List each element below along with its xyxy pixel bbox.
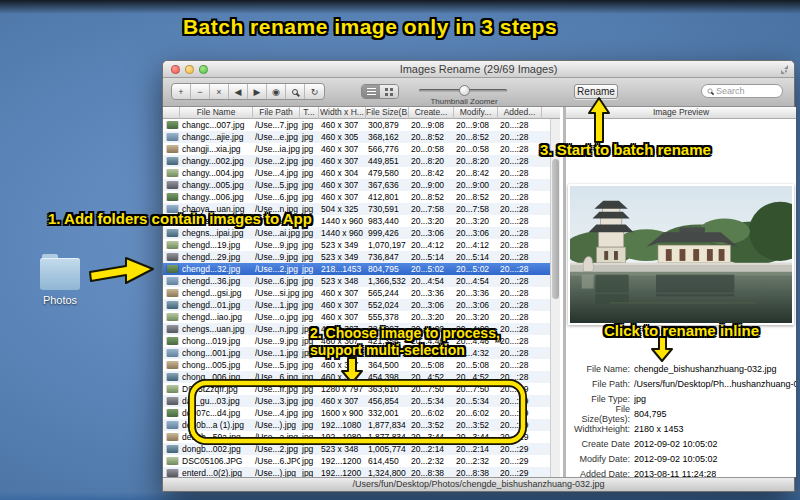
column-header[interactable]: File Path (253, 107, 300, 119)
table-row[interactable]: changy...004.jpg/Use...4.jpgjpg460 x 304… (163, 167, 550, 179)
search-input[interactable]: Search (701, 84, 783, 98)
table-row[interactable]: changc...ajie.jpg/Use...e.jpgjpg460 x 30… (163, 131, 550, 143)
table-row[interactable]: chong...005.jpg/Use...5.jpgjpg460 x 3073… (163, 359, 550, 371)
info-field-value[interactable]: 804,795 (634, 409, 667, 419)
annotation-step2-line1: 2. Choose image to process, (310, 325, 500, 342)
column-header[interactable]: File Name (180, 107, 253, 119)
cell-modify: 20...3:20 (454, 216, 498, 226)
cell-added: 20...:29 (498, 396, 542, 406)
cell-modify: 20...6:02 (454, 408, 498, 418)
folder-label: Photos (10, 294, 110, 306)
column-header[interactable]: Create... (409, 107, 454, 119)
cell-modify: 20...4:52 (454, 372, 498, 382)
vertical-scrollbar[interactable] (550, 119, 560, 477)
zoom-button[interactable] (199, 65, 208, 74)
info-field-value[interactable]: 2012-09-02 10:05:02 (634, 454, 718, 464)
search-button[interactable] (286, 84, 305, 99)
resize-icon[interactable] (780, 65, 789, 74)
table-row[interactable]: chengd...19.jpg/Use...9.jpgjpg523 x 3491… (163, 239, 550, 251)
cell-size: 804,795 (366, 264, 409, 274)
cell-added: 20...:28 (498, 132, 542, 142)
table-row[interactable]: DSC05106.JPG/Use...6.JPGjpg192...1200614… (163, 455, 550, 467)
thumbnail-zoomer-slider[interactable] (419, 89, 507, 92)
annotation-step1: 1. Add folders contain images to App (48, 210, 312, 227)
cell-dims: 460 x 307 (319, 156, 366, 166)
table-row[interactable]: changy...002.jpg/Use...2.jpgjpg460 x 307… (163, 155, 550, 167)
cell-name: dongb...002.jpg (180, 444, 253, 454)
table-row[interactable]: chengd...36.jpg/Use...6.jpgjpg523 x 3481… (163, 275, 550, 287)
cell-create: 20...8:52 (409, 192, 454, 202)
delete-button[interactable]: × (210, 84, 229, 99)
table-row[interactable]: changji...xia.jpg/Use...ia.jpgjpg460 x 3… (163, 143, 550, 155)
column-header[interactable]: File Size(B... (366, 107, 409, 119)
column-header-thumb[interactable] (163, 107, 180, 119)
info-field-value[interactable]: 2012-09-02 10:05:02 (634, 439, 718, 449)
cell-name: changc...007.jpg (180, 120, 253, 130)
add-button[interactable]: + (172, 84, 191, 99)
table-row[interactable]: chengd...32.jpg/Use...2.jpgjpg218...1453… (163, 263, 550, 275)
cell-create: 20...5:08 (409, 360, 454, 370)
table-row[interactable]: D9T5tZzqfr.jpg/Use...fr.jpgjpg1280 x 797… (163, 383, 550, 395)
close-button[interactable] (171, 65, 180, 74)
list-view-button[interactable] (362, 85, 380, 98)
table-row[interactable]: chegns...ipai.jpg/Use...ai.jpgjpg1440 x … (163, 227, 550, 239)
cell-path: /Use...2.jpg (253, 264, 300, 274)
cell-type: jpg (300, 240, 319, 250)
cell-modify: 20...5:34 (454, 396, 498, 406)
info-field-label: WidthxHeight: (566, 424, 634, 434)
info-field-value[interactable]: jpg (634, 394, 646, 404)
title-bar[interactable]: Images Rename (29/69 Images) (163, 61, 794, 78)
info-field: File Name:chengde_bishushanzhuang-032.jp… (566, 361, 796, 376)
column-header[interactable]: Width x H... (319, 107, 366, 119)
scrollbar-thumb[interactable] (552, 159, 559, 299)
photos-folder-icon[interactable] (40, 258, 80, 290)
minimize-button[interactable] (185, 65, 194, 74)
table-row[interactable]: chengd...01.jpg/Use...1.jpgjpg460 x 3075… (163, 299, 550, 311)
file-thumbnail-icon (167, 193, 178, 201)
table-row[interactable]: changc...007.jpg/Use...7.jpgjpg460 x 307… (163, 119, 550, 131)
slider-knob[interactable] (459, 85, 470, 96)
grid-view-button[interactable] (380, 85, 398, 98)
cell-path: /Use...7.jpg (253, 120, 300, 130)
column-header[interactable]: Modify... (454, 107, 498, 119)
cell-modify: 20...3:20 (454, 312, 498, 322)
cell-type: jpg (300, 384, 319, 394)
next-button[interactable]: ▶ (248, 84, 267, 99)
cell-modify: 20...8:42 (454, 168, 498, 178)
table-row[interactable]: chengd...29.jpg/Use...9.jpgjpg523 x 3497… (163, 251, 550, 263)
rename-button[interactable]: Rename (574, 84, 618, 99)
prev-button[interactable]: ◀ (229, 84, 248, 99)
table-row[interactable]: chong...006.jpg/Use...6.jpgjpg460 x 3074… (163, 371, 550, 383)
cell-dims: 460 x 307 (319, 120, 366, 130)
image-preview-header: Image Preview (566, 107, 796, 119)
file-info-fields: File Name:chengde_bishushanzhuang-032.jp… (566, 361, 796, 481)
preview-button[interactable]: ◉ (267, 84, 286, 99)
table-row[interactable]: dongb...002.jpg/Use...2.jpgjpg523 x 3481… (163, 443, 550, 455)
table-row[interactable]: dde07c...d4.jpg/Use...4.jpgjpg1600 x 900… (163, 407, 550, 419)
info-field-value[interactable]: chengde_bishushanzhuang-032.jpg (634, 364, 777, 374)
cell-size: 364,500 (366, 360, 409, 370)
annotation-step3: 3. Start to batch rename (540, 141, 711, 158)
info-field-value[interactable]: 2180 x 1453 (634, 424, 684, 434)
cell-type: jpg (300, 120, 319, 130)
cell-name: chong...005.jpg (180, 360, 253, 370)
annotation-inline: Click to rename inline (604, 322, 759, 339)
table-row[interactable]: de50b...59a.jpg/Use...a.jpgjpg192...1080… (163, 431, 550, 443)
table-row[interactable]: chengd...iao.jpg/Use...o.jpgjpg460 x 307… (163, 311, 550, 323)
cell-size: 552,024 (366, 300, 409, 310)
table-row[interactable]: changy...005.jpg/Use...5.jpgjpg460 x 307… (163, 179, 550, 191)
cell-dims: 460 x 307 (319, 396, 366, 406)
info-field-value[interactable]: /Users/fun/Desktop/Ph...hushanzhuang-032… (634, 379, 796, 389)
table-row[interactable]: chengd...gsi.jpg/Use...si.jpgjpg460 x 30… (163, 287, 550, 299)
table-row[interactable]: dali_gu...03.jpg/Use...3.jpgjpg460 x 307… (163, 395, 550, 407)
column-header[interactable]: Added... (498, 107, 542, 119)
remove-button[interactable]: − (191, 84, 210, 99)
table-row[interactable]: de50b...a (1).jpg/Use...).jpgjpg192...10… (163, 419, 550, 431)
refresh-button[interactable]: ↻ (305, 84, 324, 99)
table-row[interactable]: changy...006.jpg/Use...6.jpgjpg460 x 307… (163, 191, 550, 203)
search-icon (707, 88, 712, 93)
cell-create: 20...3:20 (409, 312, 454, 322)
cell-create: 20...2:14 (409, 444, 454, 454)
cell-modify: 20...8:52 (454, 192, 498, 202)
column-header[interactable]: T... (300, 107, 319, 119)
